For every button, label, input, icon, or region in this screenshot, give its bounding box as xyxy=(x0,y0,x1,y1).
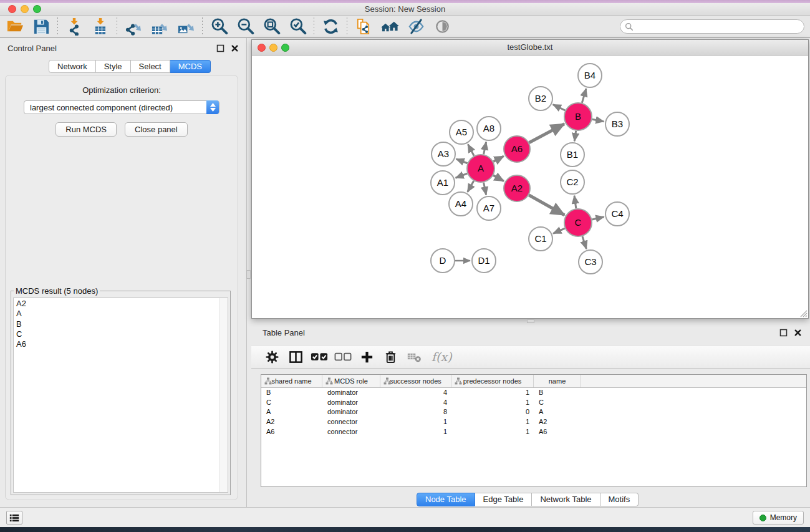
search-input[interactable] xyxy=(634,21,804,32)
export-table-icon[interactable] xyxy=(150,17,170,37)
table-cell[interactable]: B xyxy=(261,388,322,398)
zoom-in-icon[interactable] xyxy=(209,17,229,37)
table-cell[interactable]: connector xyxy=(322,427,380,437)
table-cell[interactable]: 0 xyxy=(451,407,534,417)
network-window-titlebar[interactable]: testGlobe.txt xyxy=(252,40,808,56)
tab-style[interactable]: Style xyxy=(96,60,131,73)
tab-node-table[interactable]: Node Table xyxy=(417,493,475,506)
tab-edge-table[interactable]: Edge Table xyxy=(475,493,533,506)
window-resize-grip[interactable] xyxy=(799,309,808,317)
mcds-result-item[interactable]: A6 xyxy=(16,339,228,349)
edge-C-C2[interactable] xyxy=(574,196,576,208)
zoom-out-icon[interactable] xyxy=(235,17,255,37)
criterion-dropdown[interactable]: largest connected component (directed) xyxy=(24,100,219,114)
show-panel-list-button[interactable] xyxy=(6,511,22,525)
table-cell[interactable]: A xyxy=(534,407,581,417)
edge-A-A7[interactable] xyxy=(484,183,486,195)
mcds-result-item[interactable]: A2 xyxy=(16,299,228,309)
edge-A6-B[interactable] xyxy=(529,124,564,143)
node-A[interactable]: A xyxy=(467,155,494,182)
float-table-panel-icon[interactable] xyxy=(779,329,788,337)
table-cell[interactable]: 1 xyxy=(451,388,534,398)
node-C1[interactable]: C1 xyxy=(529,227,552,251)
node-A3[interactable]: A3 xyxy=(432,142,455,166)
column-layout-icon[interactable] xyxy=(287,348,305,366)
table-cell[interactable]: A2 xyxy=(534,417,581,427)
tab-mcds[interactable]: MCDS xyxy=(170,60,211,73)
edge-A2-C[interactable] xyxy=(529,195,564,215)
table-cell[interactable]: 1 xyxy=(451,398,534,408)
table-settings-icon[interactable] xyxy=(263,348,281,366)
node-D1[interactable]: D1 xyxy=(472,249,496,273)
table-row[interactable]: A2connector11A2 xyxy=(261,417,806,427)
export-network-icon[interactable] xyxy=(123,17,143,37)
edge-A-A8[interactable] xyxy=(484,142,486,155)
table-cell[interactable]: dominator xyxy=(322,388,380,398)
close-table-panel-icon[interactable] xyxy=(794,329,802,337)
edge-C-C1[interactable] xyxy=(553,228,565,233)
delete-column-icon[interactable] xyxy=(382,348,400,366)
table-cell[interactable]: dominator xyxy=(322,398,380,408)
column-header-name[interactable]: name xyxy=(534,375,581,387)
table-row[interactable]: Bdominator41B xyxy=(261,388,806,398)
mcds-result-item[interactable]: A xyxy=(16,309,228,319)
node-C2[interactable]: C2 xyxy=(561,170,584,194)
float-panel-icon[interactable] xyxy=(216,44,224,52)
table-cell[interactable]: 1 xyxy=(451,427,534,437)
column-header-predecessor-nodes[interactable]: predecessor nodes xyxy=(451,375,534,387)
tab-select[interactable]: Select xyxy=(131,60,170,73)
column-header-shared-name[interactable]: shared name xyxy=(261,375,322,387)
edge-A-A3[interactable] xyxy=(456,159,468,163)
home-icon[interactable] xyxy=(380,17,400,37)
table-cell[interactable]: C xyxy=(534,398,581,408)
tab-motifs[interactable]: Motifs xyxy=(600,493,639,506)
column-header-MCDS-role[interactable]: MCDS role xyxy=(322,375,380,387)
delete-table-icon[interactable] xyxy=(405,348,423,366)
edge-C-C3[interactable] xyxy=(582,236,586,249)
table-cell[interactable]: A2 xyxy=(261,417,322,427)
edge-A-A1[interactable] xyxy=(456,173,468,178)
vertical-splitter-handle[interactable] xyxy=(246,270,251,279)
table-cell[interactable]: B xyxy=(534,388,581,398)
node-A1[interactable]: A1 xyxy=(431,171,455,195)
table-cell[interactable]: A xyxy=(261,407,322,417)
tab-network-table[interactable]: Network Table xyxy=(532,493,600,506)
node-B2[interactable]: B2 xyxy=(529,87,552,110)
edge-A-A2[interactable] xyxy=(493,175,504,181)
node-A5[interactable]: A5 xyxy=(450,120,473,144)
node-D[interactable]: D xyxy=(431,249,455,273)
table-row[interactable]: Adominator80A xyxy=(261,407,806,417)
column-header-successor-nodes[interactable]: successor nodes xyxy=(380,375,451,387)
node-A4[interactable]: A4 xyxy=(449,192,473,216)
node-B1[interactable]: B1 xyxy=(561,143,584,167)
table-cell[interactable]: A6 xyxy=(534,427,581,437)
node-A6[interactable]: A6 xyxy=(504,136,530,162)
edge-C-C4[interactable] xyxy=(592,217,604,220)
add-column-icon[interactable] xyxy=(358,348,376,366)
network-canvas[interactable]: ABCA2A6A1A3A4A5A7A8B1B2B3B4C1C2C3C4DD1 xyxy=(252,56,808,318)
export-image-icon[interactable] xyxy=(176,17,196,37)
edge-A-A5[interactable] xyxy=(468,144,474,155)
select-all-checkboxes-icon[interactable] xyxy=(311,348,329,366)
node-B[interactable]: B xyxy=(564,103,592,130)
search-field[interactable] xyxy=(620,19,804,34)
edge-B-B3[interactable] xyxy=(592,119,604,122)
node-C[interactable]: C xyxy=(564,209,592,236)
open-session-icon[interactable] xyxy=(5,17,25,37)
import-network-icon[interactable] xyxy=(64,17,84,37)
node-B3[interactable]: B3 xyxy=(605,112,629,136)
node-C3[interactable]: C3 xyxy=(579,250,602,274)
table-cell[interactable]: 1 xyxy=(451,417,534,427)
edge-A-A4[interactable] xyxy=(468,181,474,192)
deselect-all-checkboxes-icon[interactable] xyxy=(334,348,352,366)
close-panel-button[interactable]: Close panel xyxy=(125,122,188,137)
node-A7[interactable]: A7 xyxy=(477,196,501,220)
tab-network[interactable]: Network xyxy=(49,60,96,73)
table-cell[interactable]: 1 xyxy=(380,417,451,427)
zoom-selected-icon[interactable] xyxy=(287,17,307,37)
table-row[interactable]: Cdominator41C xyxy=(261,398,806,408)
table-cell[interactable]: 1 xyxy=(380,427,451,437)
node-A2[interactable]: A2 xyxy=(504,175,530,201)
hide-graphics-details-icon[interactable] xyxy=(406,17,426,37)
birds-eye-view-icon[interactable] xyxy=(432,17,452,37)
